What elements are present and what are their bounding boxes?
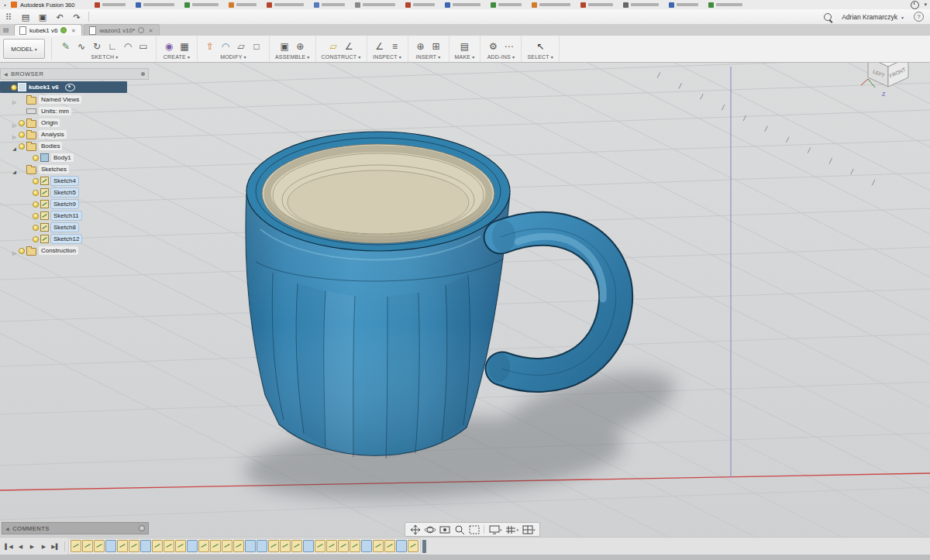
timeline-feature-icon[interactable] [71,540,81,552]
node-label[interactable]: Sketch4 [51,177,78,185]
toolbar-group-menu[interactable]: SKETCH [59,54,150,60]
taskbar-item[interactable] [184,2,219,8]
visibility-bulb-icon[interactable] [32,178,39,184]
expand-arrow[interactable] [11,139,18,153]
timeline-feature-icon[interactable] [82,540,93,552]
expand-arrow[interactable] [11,244,18,258]
toolbar-tool-button[interactable]: ∟ [105,40,119,53]
toolbar-tool-button[interactable]: ∠ [342,40,356,53]
taskbar-item[interactable] [267,2,304,8]
timeline-feature-icon[interactable] [105,540,116,552]
panel-handle-icon[interactable] [141,72,145,76]
node-label[interactable]: Sketch9 [51,200,78,208]
visibility-bulb-icon[interactable] [18,120,25,126]
timeline-feature-icon[interactable] [129,540,140,552]
visibility-bulb-icon[interactable] [32,155,39,161]
toolbar-group-menu[interactable]: INSERT [414,54,443,60]
timeline-feature-icon[interactable] [384,540,395,552]
timeline-playback-button[interactable]: ▶ [38,541,50,552]
close-tab-button[interactable] [147,27,154,34]
browser-tree-row[interactable]: Construction [0,245,149,256]
comments-panel-header[interactable]: ◀ COMMENTS [2,522,149,534]
toolbar-group-menu[interactable]: CREATE [162,54,191,60]
taskbar-item[interactable] [95,2,126,8]
browser-tree-row[interactable]: Sketch11 [0,210,149,222]
timeline-feature-icon[interactable] [210,540,221,552]
timeline-feature-icon[interactable] [94,540,105,552]
visibility-bulb-icon[interactable] [10,84,17,91]
node-label[interactable]: Units: mm [39,107,71,115]
toolbar-group-menu[interactable]: ASSEMBLE [275,54,310,60]
document-tab[interactable]: kubek1 v6 [14,24,82,36]
expand-arrow[interactable] [11,163,18,177]
taskbar-item[interactable] [355,2,395,8]
timeline-feature-icon[interactable] [233,540,244,552]
node-label[interactable]: Body1 [51,153,74,162]
node-label[interactable]: Construction [39,246,78,255]
toolbar-tool-button[interactable]: ∠ [373,40,387,53]
expand-arrow[interactable] [3,84,10,91]
quick-access-button[interactable]: ↶ [52,11,67,23]
help-icon[interactable]: ? [914,12,924,22]
toolbar-group-menu[interactable]: CONSTRUCT [322,54,361,60]
visibility-bulb-icon[interactable] [32,213,39,219]
timeline-feature-icon[interactable] [152,540,163,552]
node-label[interactable]: Sketch5 [51,188,78,197]
toolbar-tool-button[interactable]: ⇧ [203,40,217,53]
chevron-down-icon[interactable]: ▾ [924,2,927,8]
timeline-playback-button[interactable]: ▌◀ [3,541,15,552]
toolbar-group-menu[interactable]: ADD-INS [486,54,515,60]
node-label[interactable]: Sketch8 [51,223,78,232]
timeline-feature-icon[interactable] [187,540,198,552]
collapse-panel-icon[interactable]: ◀ [5,526,9,531]
timeline-feature-icon[interactable] [257,540,267,552]
taskbar-item[interactable] [405,2,435,8]
user-account-menu[interactable]: Adrian Kramarczyk [837,12,908,22]
timeline-feature-icon[interactable] [245,540,256,552]
browser-tree-row[interactable]: Units: mm [0,105,149,117]
toolbar-tool-button[interactable]: ⊕ [293,40,307,53]
toolbar-tool-button[interactable]: ▦ [177,40,191,53]
taskbar-item[interactable] [491,2,522,8]
timeline-playback-button[interactable]: ▶▌ [50,541,61,552]
taskbar-item[interactable] [136,2,174,8]
timeline-feature-icon[interactable] [291,540,302,552]
node-label[interactable]: Origin [39,119,60,127]
toolbar-group-menu[interactable]: MODIFY [203,54,264,60]
toolbar-tool-button[interactable]: ⋯ [501,40,515,53]
timeline-playback-button[interactable]: ▶ [26,541,38,552]
close-tab-button[interactable] [70,27,77,34]
visibility-bulb-icon[interactable] [32,201,39,208]
toolbar-tool-button[interactable]: ▤ [457,40,471,53]
taskbar-item[interactable] [623,2,659,8]
timeline-feature-icon[interactable] [268,540,279,552]
toolbar-tool-button[interactable]: ⊕ [414,40,428,53]
workspace-selector[interactable]: MODEL [3,39,45,59]
fit-button[interactable] [467,524,481,535]
browser-tree-row[interactable]: Sketch9 [0,198,149,210]
node-label[interactable]: Sketches [39,165,69,173]
collapse-panel-icon[interactable]: ◀ [4,71,8,77]
toolbar-tool-button[interactable]: ⚙ [486,40,500,53]
timeline-feature-icon[interactable] [373,540,384,552]
visibility-bulb-icon[interactable] [18,143,25,149]
timeline-playhead[interactable] [422,540,426,553]
timeline-feature-icon[interactable] [175,540,186,552]
file-tab-strip-icon[interactable]: ▤ [3,26,11,34]
node-label[interactable]: Sketch11 [51,211,81,220]
toolbar-tool-button[interactable]: ✎ [59,40,73,53]
toolbar-tool-button[interactable]: ◠ [121,40,135,53]
timeline-feature-icon[interactable] [396,540,407,552]
node-label[interactable]: Analysis [39,130,67,139]
quick-access-button[interactable]: ▣ [35,11,50,23]
toolbar-tool-button[interactable]: ↻ [90,40,104,53]
browser-tree-row[interactable]: Sketches [0,163,149,175]
timeline-feature-icon[interactable] [140,540,151,552]
toolbar-tool-button[interactable]: ▱ [234,40,248,53]
orbit-button[interactable] [422,524,437,535]
quick-access-button[interactable]: ⠿ [1,11,16,23]
toolbar-group-menu[interactable]: INSPECT [373,54,402,60]
timeline-feature-icon[interactable] [164,540,174,552]
zoom-button[interactable] [452,524,467,535]
document-tab[interactable]: wazon1 v10* [84,24,160,36]
